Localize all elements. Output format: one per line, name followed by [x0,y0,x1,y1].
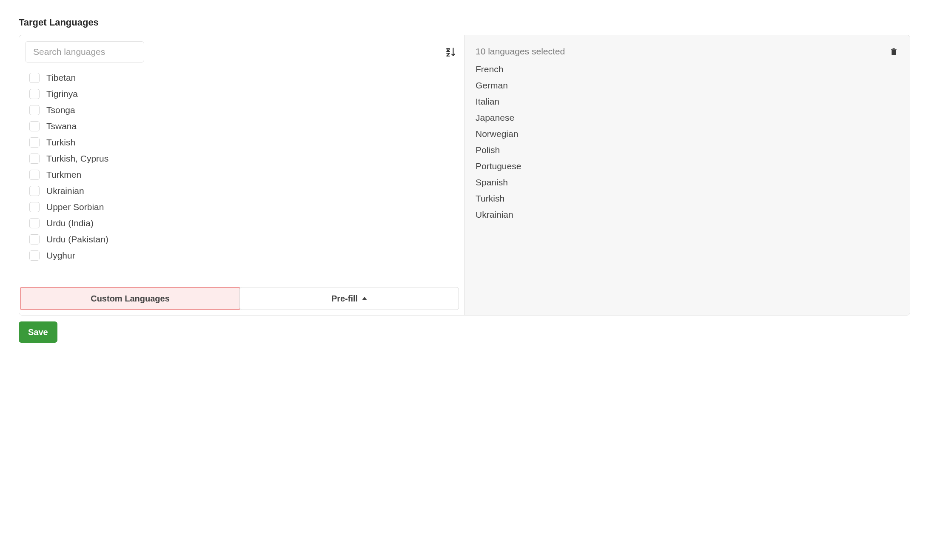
language-label: Turkmen [46,170,81,180]
list-item[interactable]: Tibetan [29,73,456,83]
list-item[interactable]: Tswana [29,121,456,131]
list-item[interactable]: Uyghur [29,250,456,261]
checkbox[interactable] [29,121,40,131]
language-label: Upper Sorbian [46,202,104,212]
checkbox[interactable] [29,202,40,212]
search-row [19,35,464,67]
checkbox[interactable] [29,154,40,164]
selected-item[interactable]: Portuguese [476,161,899,171]
selected-item[interactable]: Norwegian [476,129,899,139]
selected-languages-panel: 10 languages selected French German Ital… [464,35,910,315]
selected-header: 10 languages selected [464,35,910,63]
trash-icon[interactable] [889,47,898,56]
list-item[interactable]: Urdu (Pakistan) [29,234,456,244]
available-languages-panel: Tibetan Tigrinya Tsonga Tswana Turkish T… [19,35,464,315]
checkbox[interactable] [29,89,40,99]
language-label: Tsonga [46,105,75,115]
selected-item[interactable]: Japanese [476,113,899,123]
language-label: Tswana [46,121,77,131]
checkbox[interactable] [29,105,40,115]
available-languages-list: Tibetan Tigrinya Tsonga Tswana Turkish T… [19,67,464,287]
prefill-label: Pre-fill [331,294,358,304]
selected-item[interactable]: German [476,80,899,91]
checkbox[interactable] [29,234,40,244]
list-item[interactable]: Tsonga [29,105,456,115]
checkbox[interactable] [29,137,40,148]
save-button[interactable]: Save [19,321,57,343]
selected-item[interactable]: Turkish [476,193,899,204]
language-label: Urdu (Pakistan) [46,234,108,244]
list-item[interactable]: Turkmen [29,170,456,180]
list-item[interactable]: Turkish, Cyprus [29,154,456,164]
language-label: Uyghur [46,250,75,261]
search-input[interactable] [25,41,144,63]
list-item[interactable]: Tigrinya [29,89,456,99]
selected-item[interactable]: French [476,64,899,74]
checkbox[interactable] [29,170,40,180]
checkbox[interactable] [29,73,40,83]
selected-languages-list: French German Italian Japanese Norwegian… [464,63,910,220]
checkbox[interactable] [29,250,40,261]
language-label: Turkish [46,137,75,148]
list-item[interactable]: Urdu (India) [29,218,456,228]
bottom-buttons: Custom Languages Pre-fill [19,287,464,315]
selected-item[interactable]: Ukrainian [476,210,899,220]
section-title: Target Languages [19,17,910,28]
checkbox[interactable] [29,218,40,228]
selected-item[interactable]: Italian [476,97,899,107]
language-label: Urdu (India) [46,218,94,228]
prefill-button[interactable]: Pre-fill [239,287,459,310]
language-label: Tigrinya [46,89,78,99]
list-item[interactable]: Ukrainian [29,186,456,196]
language-label: Tibetan [46,73,76,83]
selected-count: 10 languages selected [476,46,565,57]
custom-languages-button[interactable]: Custom Languages [20,287,240,310]
checkbox[interactable] [29,186,40,196]
selected-item[interactable]: Spanish [476,177,899,188]
language-panel: Tibetan Tigrinya Tsonga Tswana Turkish T… [19,35,910,316]
language-label: Turkish, Cyprus [46,154,108,164]
selected-item[interactable]: Polish [476,145,899,155]
language-label: Ukrainian [46,186,84,196]
caret-up-icon [362,297,367,300]
sort-az-icon[interactable] [445,46,456,57]
list-item[interactable]: Upper Sorbian [29,202,456,212]
list-item[interactable]: Turkish [29,137,456,148]
